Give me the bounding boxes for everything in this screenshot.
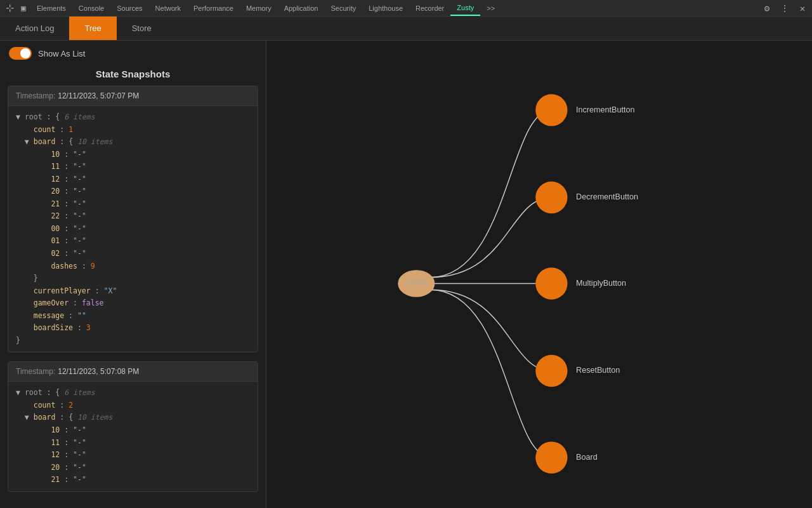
node-board-label: Board <box>576 453 598 462</box>
root-close-1: } <box>16 335 250 347</box>
dashes-line-1: dashes : 9 <box>16 260 250 273</box>
b10-line-2: 10 : "-" <box>16 424 250 437</box>
tab-network[interactable]: Network <box>149 0 187 16</box>
b22-line-1: 22 : "-" <box>16 210 250 223</box>
snapshot-card-2: Timestamp:12/11/2023, 5:07:08 PM ▼ root … <box>8 361 258 491</box>
b02-line-1: 02 : "-" <box>16 248 250 260</box>
b21-line-2: 21 : "-" <box>16 474 250 486</box>
devtools-icons: ⚙ ⋮ ✕ <box>760 1 809 15</box>
node-board[interactable] <box>535 441 567 473</box>
node-decrement-label: DecrementButton <box>576 192 638 201</box>
node-increment-label: IncrementButton <box>576 105 634 114</box>
timestamp-label-2: Timestamp: <box>16 367 55 376</box>
board-line-1: ▼ board : { 10 items <box>16 136 250 149</box>
node-increment[interactable] <box>535 94 567 126</box>
main-content: Show As List State Snapshots Timestamp:1… <box>0 41 812 508</box>
snapshot-2-body: ▼ root : { 6 items count : 2 ▼ board : {… <box>8 382 258 491</box>
b21-line-1: 21 : "-" <box>16 198 250 211</box>
b00-line-1: 00 : "-" <box>16 223 250 236</box>
right-panel: STATE IncrementButton DecrementButton Mu… <box>266 41 812 508</box>
plugin-tab-bar: Action Log Tree Store <box>0 17 812 41</box>
edge-reset <box>430 290 552 371</box>
tab-console[interactable]: Console <box>72 0 110 16</box>
more-icon[interactable]: ⋮ <box>778 1 792 15</box>
tab-more[interactable]: >> <box>480 0 501 16</box>
snapshot-2-timestamp: Timestamp:12/11/2023, 5:07:08 PM <box>8 362 258 382</box>
show-as-list-toggle[interactable] <box>9 47 32 60</box>
tab-sources[interactable]: Sources <box>110 0 148 16</box>
b01-line-1: 01 : "-" <box>16 235 250 248</box>
timestamp-value-2: 12/11/2023, 5:07:08 PM <box>58 367 139 376</box>
cursor-icon[interactable]: ⊹ <box>3 1 16 15</box>
tab-elements[interactable]: Elements <box>30 0 72 16</box>
b10-line-1: 10 : "-" <box>16 149 250 161</box>
b12-line-1: 12 : "-" <box>16 173 250 186</box>
toggle-row: Show As List <box>0 41 266 66</box>
b11-line-2: 11 : "-" <box>16 437 250 450</box>
tab-action-log[interactable]: Action Log <box>0 17 69 40</box>
snapshots-header: State Snapshots <box>0 66 266 86</box>
node-multiply[interactable] <box>535 267 567 299</box>
toggle-label: Show As List <box>38 49 85 58</box>
node-multiply-label: MultiplyButton <box>576 279 626 288</box>
snapshots-scroll[interactable]: Timestamp:12/11/2023, 5:07:07 PM ▼ root … <box>0 86 266 508</box>
tab-application[interactable]: Application <box>278 0 325 16</box>
b11-line-1: 11 : "-" <box>16 161 250 173</box>
count-line-2: count : 2 <box>16 399 250 412</box>
tab-zusty[interactable]: Zusty <box>450 0 480 16</box>
snapshot-1-timestamp: Timestamp:12/11/2023, 5:07:07 PM <box>8 86 258 106</box>
root-line-2: ▼ root : { 6 items <box>16 387 250 399</box>
message-line-1: message : "" <box>16 310 250 323</box>
boardSize-line-1: boardSize : 3 <box>16 322 250 335</box>
b20-line-1: 20 : "-" <box>16 185 250 198</box>
count-line-1: count : 1 <box>16 124 250 137</box>
edge-decrement <box>430 197 552 277</box>
node-reset[interactable] <box>535 355 567 387</box>
tab-recorder[interactable]: Recorder <box>409 0 450 16</box>
timestamp-label-1: Timestamp: <box>16 91 55 100</box>
tab-store[interactable]: Store <box>117 17 167 40</box>
b12-line-2: 12 : "-" <box>16 449 250 462</box>
gameOver-line-1: gameOver : false <box>16 297 250 310</box>
tab-tree[interactable]: Tree <box>69 17 116 40</box>
b20-line-2: 20 : "-" <box>16 462 250 474</box>
currentPlayer-line-1: currentPlayer : "X" <box>16 285 250 298</box>
snapshot-card-1: Timestamp:12/11/2023, 5:07:07 PM ▼ root … <box>8 86 258 352</box>
tab-performance[interactable]: Performance <box>187 0 240 16</box>
tab-security[interactable]: Security <box>324 0 362 16</box>
mobile-icon[interactable]: ▣ <box>16 1 30 15</box>
tab-memory[interactable]: Memory <box>240 0 278 16</box>
node-decrement[interactable] <box>535 182 567 213</box>
tree-svg: STATE IncrementButton DecrementButton Mu… <box>266 41 812 508</box>
state-node-label: STATE <box>406 279 427 286</box>
tab-lighthouse[interactable]: Lighthouse <box>362 0 409 16</box>
snapshot-1-body: ▼ root : { 6 items count : 1 ▼ board : {… <box>8 106 258 352</box>
edge-increment <box>430 110 552 277</box>
settings-icon[interactable]: ⚙ <box>760 1 774 15</box>
board-line-2: ▼ board : { 10 items <box>16 411 250 424</box>
node-reset-label: ResetButton <box>576 366 620 375</box>
close-icon[interactable]: ✕ <box>796 1 809 15</box>
left-panel: Show As List State Snapshots Timestamp:1… <box>0 41 266 508</box>
root-line-1: ▼ root : { 6 items <box>16 111 250 124</box>
devtools-tab-bar: ⊹ ▣ Elements Console Sources Network Per… <box>0 0 812 17</box>
timestamp-value-1: 12/11/2023, 5:07:07 PM <box>58 91 139 100</box>
close-brace-1: } <box>16 272 250 285</box>
